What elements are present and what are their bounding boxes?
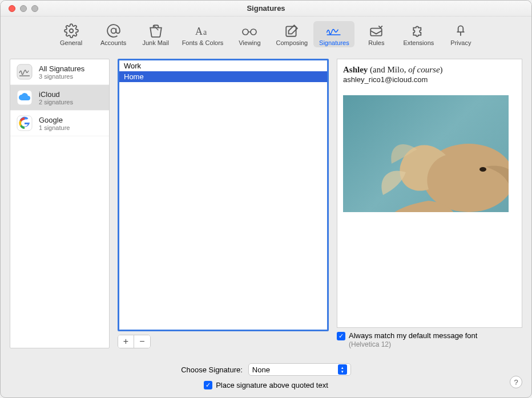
svg-point-0 [69,29,73,33]
signatures-list[interactable]: Work Home [118,59,329,331]
signature-name-close: ) [440,65,443,74]
svg-point-6 [251,29,256,35]
account-count: 1 signature [39,124,70,131]
minimize-icon[interactable] [20,5,27,12]
window-controls [1,5,38,12]
tab-fonts-colors[interactable]: Aa Fonts & Colors [178,21,228,47]
toolbar-label: Viewing [239,39,260,46]
google-icon [16,115,33,132]
signature-name-bold: Ashley [343,65,368,74]
place-above-checkbox[interactable]: ✓ [204,381,212,389]
signature-name-italic: of course [408,65,440,74]
toolbar-label: Signatures [319,39,349,46]
signature-item-home[interactable]: Home [119,71,327,82]
choose-signature-select[interactable]: None ▲▼ [248,363,351,376]
signature-name-line: Ashley (and Milo, of course) [343,65,516,75]
titlebar: Signatures [1,1,531,17]
choose-signature-value: None [252,365,270,374]
select-arrows-icon: ▲▼ [338,364,347,375]
svg-text:a: a [203,28,207,36]
gear-icon [63,23,80,38]
place-above-label: Place signature above quoted text [216,381,328,389]
match-font-label: Always match my default message font [349,331,477,340]
tab-signatures[interactable]: Signatures [313,21,354,47]
add-remove-controls: + − [118,335,151,348]
content-area: All Signatures 3 signatures iCloud 2 sig… [1,50,531,397]
rules-icon [368,23,385,38]
add-signature-button[interactable]: + [118,335,134,348]
fonts-icon: Aa [194,23,211,38]
glasses-icon [241,23,258,38]
puzzle-icon [410,23,427,38]
remove-signature-button[interactable]: − [134,335,150,348]
maximize-icon[interactable] [31,5,38,12]
close-icon[interactable] [9,5,15,12]
help-button[interactable]: ? [510,376,522,388]
svg-rect-10 [17,64,32,79]
toolbar-label: Junk Mail [142,39,168,46]
account-row-all[interactable]: All Signatures 3 signatures [10,59,109,85]
toolbar-label: Rules [368,39,384,46]
bottom-controls: Choose Signature: None ▲▼ ✓ Place signat… [10,353,522,389]
match-font-checkbox[interactable]: ✓ [337,332,345,340]
account-title: All Signatures [39,64,84,73]
account-count: 2 signatures [39,99,73,105]
accounts-list: All Signatures 3 signatures iCloud 2 sig… [10,59,110,348]
match-font-option: ✓ Always match my default message font (… [337,331,522,348]
svg-point-15 [479,167,486,172]
place-above-option: ✓ Place signature above quoted text [204,380,328,389]
toolbar-label: Extensions [403,39,434,46]
tab-composing[interactable]: Composing [271,21,312,47]
signature-icon [325,23,342,38]
account-row-google[interactable]: Google 1 signature [10,111,109,136]
signature-image [343,95,509,212]
svg-point-5 [243,29,248,35]
signature-name-rest: (and Milo, [368,65,408,74]
toolbar-label: Fonts & Colors [182,39,224,46]
icloud-icon [16,89,33,106]
toolbar-label: Privacy [450,39,471,46]
tab-accounts[interactable]: Accounts [93,21,134,47]
signature-icon [16,63,33,80]
dog-photo-icon [372,115,509,212]
toolbar-label: Composing [276,39,308,46]
window-title: Signatures [1,4,531,13]
signature-email: ashley_rico1@icloud.com [343,75,516,84]
tab-junk-mail[interactable]: Junk Mail [135,21,176,47]
account-title: Google [39,116,70,124]
preview-pane: Ashley (and Milo, of course) ashley_rico… [337,59,522,348]
signatures-pane: Work Home + − [118,59,329,348]
panes: All Signatures 3 signatures iCloud 2 sig… [10,59,522,348]
compose-icon [283,23,300,38]
choose-signature-row: Choose Signature: None ▲▼ [181,363,351,376]
trash-icon [147,23,164,38]
tab-extensions[interactable]: Extensions [398,21,439,47]
tab-rules[interactable]: Rules [356,21,397,47]
tab-viewing[interactable]: Viewing [229,21,270,47]
choose-signature-label: Choose Signature: [181,365,243,374]
signature-preview[interactable]: Ashley (and Milo, of course) ashley_rico… [337,59,522,328]
svg-point-1 [111,29,116,34]
tab-general[interactable]: General [51,21,92,47]
match-font-sub: (Helvetica 12) [349,340,477,348]
account-count: 3 signatures [39,73,84,80]
preferences-toolbar: General Accounts Junk Mail Aa Fonts & Co… [1,17,531,50]
account-title: iCloud [39,90,73,99]
accounts-pane: All Signatures 3 signatures iCloud 2 sig… [10,59,110,348]
preferences-window: Signatures General Accounts Junk Mail Aa… [0,0,532,398]
signature-item-work[interactable]: Work [119,60,327,71]
toolbar-label: Accounts [100,39,126,46]
toolbar-label: General [60,39,82,46]
privacy-icon [452,23,469,38]
at-icon [105,23,122,38]
account-row-icloud[interactable]: iCloud 2 signatures [10,85,109,111]
svg-text:A: A [195,26,203,37]
tab-privacy[interactable]: Privacy [440,21,481,47]
